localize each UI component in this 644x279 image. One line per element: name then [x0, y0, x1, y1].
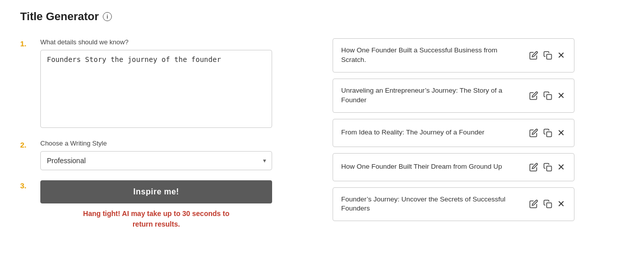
result-text-1: How One Founder Built a Successful Busin… [341, 46, 523, 65]
copy-icon-1 [543, 51, 552, 60]
result-text-3: From Idea to Reality: The Journey of a F… [341, 128, 523, 137]
result-text-4: How One Founder Built Their Dream from G… [341, 162, 523, 172]
remove-button-5[interactable]: ✕ [556, 197, 566, 211]
writing-style-wrapper: Professional Casual Formal Creative Info… [40, 151, 272, 170]
svg-rect-0 [547, 54, 552, 59]
result-card-1: How One Founder Built a Successful Busin… [333, 38, 574, 73]
copy-icon-2 [543, 91, 552, 100]
edit-icon-3 [529, 128, 538, 137]
info-icon[interactable]: i [103, 12, 112, 21]
result-text-5: Founder’s Journey: Uncover the Secrets o… [341, 195, 523, 214]
left-panel: 1. What details should we know? Founders… [20, 38, 272, 240]
writing-style-select[interactable]: Professional Casual Formal Creative Info… [40, 151, 272, 170]
wait-message-line2: return results. [133, 220, 180, 228]
edit-button-4[interactable] [528, 162, 539, 173]
result-card-2: Unraveling an Entrepreneur’s Journey: Th… [333, 79, 574, 113]
svg-rect-3 [547, 166, 552, 171]
step3-content: Inspire me! Hang tight! AI may take up t… [40, 180, 272, 230]
page-title: Title Generator [20, 10, 99, 23]
step2-label: Choose a Writing Style [40, 140, 272, 147]
step1-number: 1. [20, 38, 30, 48]
copy-icon-4 [543, 163, 552, 172]
copy-button-1[interactable] [542, 50, 553, 61]
copy-button-5[interactable] [542, 198, 553, 210]
result-text-2: Unraveling an Entrepreneur’s Journey: Th… [341, 86, 523, 105]
remove-button-1[interactable]: ✕ [556, 49, 566, 62]
step3-section: 3. Inspire me! Hang tight! AI may take u… [20, 180, 272, 230]
step2-number: 2. [20, 140, 30, 149]
edit-icon-4 [529, 163, 538, 172]
copy-icon-3 [543, 128, 552, 137]
edit-icon-5 [529, 199, 538, 208]
copy-icon-5 [543, 199, 552, 208]
svg-rect-1 [547, 94, 552, 99]
svg-rect-2 [547, 131, 552, 136]
results-panel: How One Founder Built a Successful Busin… [333, 38, 574, 227]
page-title-area: Title Generator i [20, 10, 624, 23]
step3-number: 3. [20, 180, 30, 190]
copy-button-3[interactable] [542, 127, 553, 138]
result-card-5: Founder’s Journey: Uncover the Secrets o… [333, 187, 574, 222]
edit-button-5[interactable] [528, 198, 539, 210]
wait-message-line1: Hang tight! AI may take up to 30 seconds… [83, 210, 229, 218]
result-actions-2: ✕ [528, 89, 566, 102]
result-actions-3: ✕ [528, 126, 566, 140]
step2-content: Choose a Writing Style Professional Casu… [40, 140, 272, 170]
copy-button-4[interactable] [542, 162, 553, 173]
details-textarea[interactable]: Founders Story the journey of the founde… [40, 50, 272, 128]
main-layout: 1. What details should we know? Founders… [20, 38, 624, 240]
inspire-button[interactable]: Inspire me! [40, 180, 272, 203]
result-card-3: From Idea to Reality: The Journey of a F… [333, 119, 574, 147]
edit-icon-1 [529, 51, 538, 60]
copy-button-2[interactable] [542, 90, 553, 101]
step1-content: What details should we know? Founders St… [40, 38, 272, 129]
edit-icon-2 [529, 91, 538, 100]
result-card-4: How One Founder Built Their Dream from G… [333, 153, 574, 181]
step1-section: 1. What details should we know? Founders… [20, 38, 272, 129]
result-actions-5: ✕ [528, 197, 566, 211]
edit-button-3[interactable] [528, 127, 539, 138]
svg-rect-4 [547, 203, 552, 208]
result-actions-1: ✕ [528, 49, 566, 62]
edit-button-1[interactable] [528, 50, 539, 61]
remove-button-3[interactable]: ✕ [556, 126, 566, 140]
wait-message: Hang tight! AI may take up to 30 seconds… [40, 208, 272, 230]
step1-label: What details should we know? [40, 38, 272, 46]
result-actions-4: ✕ [528, 161, 566, 174]
remove-button-4[interactable]: ✕ [556, 161, 566, 174]
edit-button-2[interactable] [528, 90, 539, 101]
step2-section: 2. Choose a Writing Style Professional C… [20, 140, 272, 170]
remove-button-2[interactable]: ✕ [556, 89, 566, 102]
